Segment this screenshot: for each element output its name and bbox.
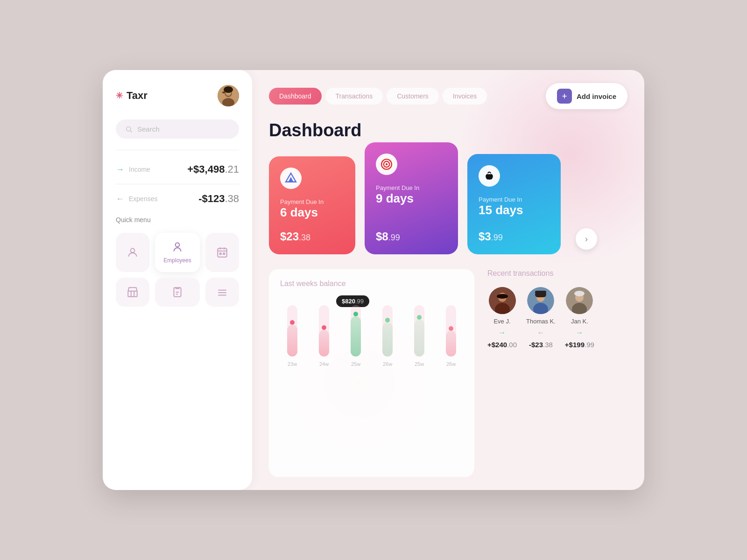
target-icon [380, 158, 393, 171]
card-days-3: 15 days [479, 203, 550, 217]
customer-icon [127, 246, 139, 259]
transaction-thomas: Thomas K. ← -$23.38 [526, 287, 556, 349]
main-content: Dashboard Transactions Customers Invoice… [252, 70, 644, 490]
bar-track-6 [446, 305, 456, 357]
svg-rect-4 [222, 91, 225, 93]
jan-avatar-svg [566, 287, 593, 314]
nav-bar: Dashboard Transactions Customers Invoice… [269, 83, 627, 109]
bar-4: 26w [375, 305, 400, 367]
eve-amount: +$240.00 [487, 341, 517, 349]
tab-invoices[interactable]: Invoices [443, 88, 487, 105]
expenses-label-wrap: ← Expenses [116, 194, 157, 204]
tab-dashboard[interactable]: Dashboard [269, 88, 322, 105]
menu-item-employees[interactable]: Employees [155, 233, 199, 272]
bar-dot-1 [290, 320, 295, 325]
transaction-list: Eve J. → +$240.00 [487, 287, 627, 349]
menu-item-calendar[interactable] [205, 233, 239, 272]
card-info-3: Payment Due In 15 days [479, 187, 550, 217]
svg-point-8 [131, 248, 135, 252]
add-invoice-button[interactable]: Add invoice [546, 83, 627, 109]
jan-avatar-bg [566, 287, 593, 314]
cards-row: Payment Due In 6 days $23.38 Payment Due… [269, 152, 627, 254]
person-icon [171, 241, 183, 253]
bar-label-5: 25w [415, 361, 424, 367]
logo-icon: ✳ [116, 91, 123, 101]
card-logo-3 [479, 165, 500, 187]
jan-avatar [566, 287, 593, 314]
transactions-title: Recent transactions [487, 269, 627, 278]
eve-name: Eve J. [493, 318, 510, 325]
thomas-avatar [527, 287, 554, 314]
thomas-direction-icon: ← [537, 329, 544, 337]
search-box[interactable]: Search [116, 119, 239, 139]
menu-lines-icon [216, 286, 228, 298]
expenses-value: -$123.38 [198, 193, 239, 205]
bar-dot-5 [417, 315, 422, 320]
card-days-2: 9 days [376, 191, 447, 206]
eve-avatar [489, 287, 516, 314]
payment-card-3[interactable]: Payment Due In 15 days $3.99 [467, 154, 561, 254]
card-logo-1 [280, 168, 302, 189]
income-stat: → Income +$3,498.21 [116, 163, 239, 175]
bar-fill-2 [319, 330, 329, 357]
divider-2 [116, 184, 239, 184]
payment-card-1[interactable]: Payment Due In 6 days $23.38 [269, 156, 355, 254]
app-name: Taxr [127, 90, 148, 102]
bar-label-3: 25w [351, 361, 360, 367]
eve-direction-icon: → [499, 329, 506, 337]
thomas-avatar-bg [527, 287, 554, 314]
jan-name: Jan K. [571, 318, 588, 325]
transactions-panel: Recent transactions [487, 269, 627, 477]
bar-6: 26w [439, 305, 463, 367]
app-container: ✳ Taxr [103, 70, 644, 490]
add-invoice-icon [557, 89, 572, 104]
card-amount-3: $3.99 [479, 230, 550, 243]
bar-label-1: 23w [288, 361, 297, 367]
card-info-2: Payment Due In 9 days [376, 175, 447, 206]
menu-item-customers[interactable] [116, 233, 149, 272]
employees-label: Employees [163, 257, 191, 264]
bar-dot-6 [449, 326, 453, 331]
expenses-arrow-icon: ← [116, 194, 124, 204]
menu-item-store[interactable] [116, 278, 149, 307]
expenses-stat: ← Expenses -$123.38 [116, 193, 239, 205]
income-label: Income [129, 166, 150, 173]
bar-1: 23w [280, 305, 304, 367]
menu-item-clipboard[interactable] [155, 278, 199, 307]
nav-tabs: Dashboard Transactions Customers Invoice… [269, 88, 487, 105]
bar-track-5 [414, 305, 424, 357]
card-days-1: 6 days [280, 205, 344, 220]
avatar-image [218, 85, 239, 106]
page-title: Dashboard [269, 120, 627, 140]
svg-point-33 [497, 294, 508, 299]
jan-direction-icon: → [576, 329, 583, 337]
chart-bars: 23w 24w [280, 313, 463, 369]
bar-fill-1 [287, 325, 297, 357]
tab-transactions[interactable]: Transactions [325, 88, 383, 105]
cards-next-button[interactable]: › [576, 228, 597, 250]
eve-avatar-svg [489, 287, 516, 314]
menu-item-lines[interactable] [205, 278, 239, 307]
quick-menu-label: Quick menu [116, 216, 239, 224]
bar-track-4 [382, 305, 393, 357]
avatar[interactable] [218, 85, 239, 106]
card-amount-1: $23.38 [280, 230, 344, 243]
expenses-label: Expenses [129, 195, 157, 203]
svg-rect-16 [128, 291, 137, 297]
store-icon [127, 286, 139, 298]
sidebar: ✳ Taxr [103, 70, 252, 490]
income-arrow-icon: → [116, 165, 124, 175]
income-value: +$3,498.21 [187, 163, 239, 175]
payment-card-2[interactable]: Payment Due In 9 days $8.99 [365, 142, 458, 254]
bar-fill-6 [446, 331, 456, 357]
logo: ✳ Taxr [116, 90, 148, 102]
svg-rect-14 [219, 253, 221, 254]
svg-point-5 [224, 86, 233, 93]
card-due-label-1: Payment Due In [280, 198, 344, 205]
svg-point-9 [176, 243, 180, 247]
bar-3: 25w [344, 305, 368, 367]
tab-customers[interactable]: Customers [387, 88, 439, 105]
card-logo-2 [376, 154, 397, 175]
svg-rect-38 [535, 291, 546, 294]
card-info-1: Payment Due In 6 days [280, 189, 344, 220]
